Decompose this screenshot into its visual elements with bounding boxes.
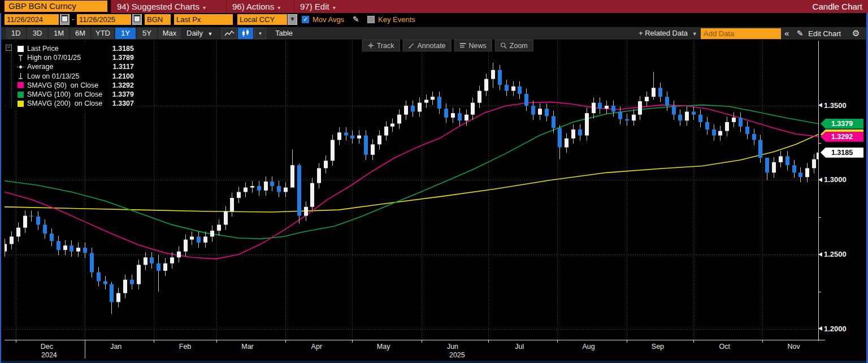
table-button[interactable]: Table <box>275 28 293 39</box>
menu-actions-label: 96) Actions <box>232 2 274 11</box>
high-marker-icon <box>16 55 24 61</box>
legend-label: Average <box>27 63 112 71</box>
chart-settings-gear-icon[interactable]: ⚙ <box>852 28 860 39</box>
x-axis-month-label: Oct <box>708 343 741 351</box>
news-button[interactable]: News <box>454 40 492 51</box>
smavg50-swatch-icon <box>16 82 24 88</box>
add-data-input[interactable] <box>701 28 781 39</box>
collapse-panel-button[interactable]: « <box>784 28 789 39</box>
key-events-checkbox[interactable] <box>367 16 375 23</box>
legend-item-low[interactable]: Low on 01/13/25 1.2100 <box>16 72 134 81</box>
range-max[interactable]: Max <box>158 28 181 39</box>
chart-type-title: Candle Chart <box>813 0 862 13</box>
y-axis-minor-tick <box>818 217 821 218</box>
edit-chart-label: Edit Chart <box>808 29 841 38</box>
menu-suggested-charts[interactable]: 94) Suggested Charts▾ <box>111 0 211 13</box>
price-field-selector[interactable]: Last Px <box>174 14 233 25</box>
period-selector[interactable]: Daily ▼ <box>186 28 212 39</box>
legend-label: Low on 01/13/25 <box>27 72 112 80</box>
track-label: Track <box>377 42 394 50</box>
legend-item-smavg200[interactable]: SMAVG (200) on Close 1.3307 <box>16 99 134 108</box>
x-axis-month-label: Nov <box>777 343 811 351</box>
y-axis-tick-label: 1.2000 <box>818 325 847 333</box>
last-price-swatch-icon <box>16 46 24 52</box>
zoom-button[interactable]: Zoom <box>495 40 533 51</box>
date-range-separator: - <box>72 15 74 23</box>
range-1d[interactable]: 1D <box>6 28 26 39</box>
legend-item-smavg50[interactable]: SMAVG (50) on Close 1.3292 <box>16 81 134 90</box>
tick-arrow-icon <box>818 326 822 331</box>
price-axis-badge: 1.3185 <box>821 148 863 158</box>
annotate-button[interactable]: Annotate <box>403 40 452 51</box>
range-5y[interactable]: 5Y <box>137 28 157 39</box>
currency-dropdown-arrow-icon[interactable]: ▼ <box>288 14 297 25</box>
y-axis-line <box>818 41 819 341</box>
x-axis-line <box>5 340 825 340</box>
candle-chart-type-button[interactable] <box>238 28 253 39</box>
x-axis-year-label: 2024 <box>32 351 66 359</box>
x-axis-month-label: Dec <box>30 343 64 351</box>
window-left-border <box>0 13 1 363</box>
chevron-down-icon: ▾ <box>203 5 206 11</box>
edit-mov-avgs-pencil-icon[interactable]: ✎ <box>353 15 359 24</box>
mov-avgs-checkbox[interactable]: ✓ <box>302 16 309 23</box>
chevron-down-icon: ▼ <box>208 31 213 37</box>
date-from-input[interactable] <box>5 14 59 25</box>
chevron-down-icon: ▼ <box>692 31 697 37</box>
range-ytd[interactable]: YTD <box>92 28 114 39</box>
annotate-label: Annotate <box>418 42 446 50</box>
range-1y-active[interactable]: 1Y <box>115 28 136 39</box>
x-axis-month-tick <box>557 340 558 343</box>
y-axis-tick-label: 1.3500 <box>818 101 847 110</box>
legend-value: 1.2100 <box>112 72 134 80</box>
related-data-button[interactable]: + Related Data ▼ <box>639 28 697 39</box>
legend-value: 1.3185 <box>112 45 134 53</box>
year-divider-line <box>85 340 85 358</box>
legend-item-last-price[interactable]: Last Price 1.3185 <box>16 44 134 53</box>
pricing-source-field[interactable]: BGN <box>145 14 171 25</box>
range-3d[interactable]: 3D <box>27 28 47 39</box>
line-chart-type-button[interactable] <box>222 28 237 39</box>
news-label: News <box>469 42 487 50</box>
tick-arrow-icon <box>818 178 822 182</box>
smavg200-swatch-icon <box>16 101 24 107</box>
zoom-label: Zoom <box>510 42 528 50</box>
track-button[interactable]: Track <box>362 40 400 51</box>
x-axis-month-tick <box>488 340 489 343</box>
date-to-input[interactable] <box>77 14 131 25</box>
x-axis-month-label: Apr <box>300 343 333 351</box>
legend-value: 1.3292 <box>112 81 134 89</box>
calendar-icon[interactable] <box>132 14 142 25</box>
legend-expander-icon[interactable]: − <box>6 45 12 51</box>
legend-value: 1.3379 <box>112 90 134 98</box>
legend-item-smavg100[interactable]: SMAVG (100) on Close 1.3379 <box>16 90 134 99</box>
period-label: Daily <box>186 29 203 37</box>
smavg100-swatch-icon <box>16 92 24 98</box>
currency-selector[interactable]: Local CCY <box>237 14 287 25</box>
menu-edit[interactable]: 97) Edit▾ <box>294 0 341 13</box>
bloomberg-candle-chart-window: GBP BGN Curncy 94) Suggested Charts▾ 96)… <box>0 0 868 363</box>
x-axis-month-tick <box>16 340 16 343</box>
security-ticker-field[interactable]: GBP BGN Curncy <box>5 1 107 12</box>
legend-item-high[interactable]: High on 07/01/25 1.3789 <box>16 53 134 62</box>
y-axis-minor-tick <box>818 292 821 292</box>
control-row: - BGN Last Px Local CCY ▼ ✓ Mov Avgs ✎ K… <box>0 13 868 27</box>
chevron-down-icon: ▾ <box>333 5 336 11</box>
chart-type-dropdown-arrow-icon[interactable]: ▼ <box>254 28 266 39</box>
x-axis-month-label: Sep <box>641 343 675 351</box>
x-axis-year-label: 2025 <box>440 351 474 359</box>
range-tab-row: 1D 3D 1M 6M YTD 1Y 5Y Max Daily ▼ ▼ Tabl… <box>0 27 868 40</box>
tick-arrow-icon <box>818 252 822 257</box>
average-marker-icon <box>16 64 24 70</box>
legend-label: SMAVG (50) on Close <box>27 81 112 89</box>
legend-item-average[interactable]: Average 1.3117 <box>16 62 134 71</box>
title-bar: GBP BGN Curncy 94) Suggested Charts▾ 96)… <box>0 0 868 13</box>
edit-chart-button[interactable]: ✎ Edit Chart <box>797 28 841 39</box>
x-axis-month-label: Feb <box>168 343 202 351</box>
menu-actions[interactable]: 96) Actions▾ <box>226 0 286 13</box>
calendar-icon[interactable] <box>60 14 70 25</box>
range-6m[interactable]: 6M <box>70 28 90 39</box>
range-1m[interactable]: 1M <box>49 28 69 39</box>
legend-value: 1.3789 <box>112 54 134 62</box>
x-axis-month-tick <box>352 340 353 343</box>
